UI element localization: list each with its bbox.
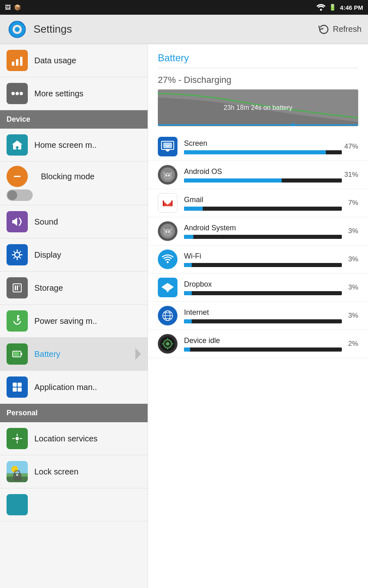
device-idle-info: Device idle bbox=[184, 336, 342, 352]
sidebar: Data usage More settings Device bbox=[0, 44, 148, 588]
battery-item-android-os[interactable]: Android OS 31% bbox=[148, 161, 368, 189]
sidebar-item-partial[interactable] bbox=[0, 488, 148, 521]
dropbox-status-icon: 📦 bbox=[14, 4, 21, 11]
svg-point-18 bbox=[20, 92, 23, 95]
sidebar-item-display[interactable]: Display bbox=[0, 238, 148, 272]
android-system-name: Android System bbox=[184, 224, 342, 232]
svg-rect-36 bbox=[21, 353, 22, 355]
sidebar-item-display-label: Display bbox=[34, 250, 61, 260]
display-icon bbox=[7, 244, 28, 265]
battery-item-screen[interactable]: Screen 47% bbox=[148, 133, 368, 161]
wifi-bar bbox=[184, 263, 192, 267]
sidebar-item-location-services[interactable]: Location services bbox=[0, 422, 148, 455]
svg-point-66 bbox=[166, 175, 167, 176]
section-device: Device bbox=[0, 110, 148, 129]
photo-icon: 🖼 bbox=[5, 4, 11, 11]
android-os-pct: 31% bbox=[342, 171, 358, 179]
sidebar-item-sound[interactable]: Sound bbox=[0, 205, 148, 238]
screen-pct: 47% bbox=[342, 143, 358, 151]
main-layout: Data usage More settings Device bbox=[0, 44, 368, 588]
battery-item-device-idle[interactable]: Device idle 2% bbox=[148, 330, 368, 358]
svg-rect-6 bbox=[16, 34, 18, 38]
refresh-button[interactable]: Refresh bbox=[318, 24, 361, 35]
android-os-bar-wrap bbox=[184, 178, 342, 183]
wifi-bar-wrap bbox=[184, 263, 342, 267]
dropbox-bar-wrap bbox=[184, 291, 342, 295]
battery-item-gmail[interactable]: Gmail 7% bbox=[148, 189, 368, 217]
svg-rect-5 bbox=[16, 21, 18, 24]
svg-rect-8 bbox=[22, 29, 25, 30]
wifi-pct: 3% bbox=[342, 255, 358, 263]
blocking-mode-toggle[interactable] bbox=[7, 189, 33, 201]
sidebar-item-home-screen[interactable]: Home screen m.. bbox=[0, 129, 148, 162]
dropbox-icon bbox=[158, 278, 177, 297]
svg-line-28 bbox=[20, 252, 21, 253]
svg-line-69 bbox=[171, 172, 171, 174]
svg-rect-31 bbox=[15, 285, 16, 290]
svg-line-68 bbox=[164, 172, 164, 174]
power-saving-icon bbox=[7, 310, 28, 332]
svg-rect-7 bbox=[9, 29, 12, 30]
screen-item-icon bbox=[158, 137, 177, 156]
svg-line-26 bbox=[14, 252, 15, 253]
svg-point-4 bbox=[15, 27, 20, 32]
svg-rect-38 bbox=[18, 383, 22, 387]
settings-app-icon bbox=[7, 19, 28, 40]
svg-point-76 bbox=[166, 231, 167, 233]
sidebar-item-power-saving[interactable]: Power saving m.. bbox=[0, 305, 148, 338]
toggle-knob bbox=[7, 190, 17, 200]
internet-name: Internet bbox=[184, 308, 342, 317]
svg-line-79 bbox=[171, 229, 171, 230]
location-services-icon bbox=[7, 428, 28, 449]
battery-chart: 23h 18m 24s on battery bbox=[158, 89, 358, 126]
dropbox-name: Dropbox bbox=[184, 280, 342, 289]
sidebar-item-storage[interactable]: Storage bbox=[0, 272, 148, 305]
sidebar-item-power-saving-label: Power saving m.. bbox=[34, 316, 97, 326]
data-usage-icon bbox=[7, 50, 28, 71]
dropbox-pct: 3% bbox=[342, 283, 358, 292]
sidebar-item-more-settings[interactable]: More settings bbox=[0, 77, 148, 110]
sidebar-item-data-usage-label: Data usage bbox=[34, 56, 76, 65]
battery-item-wifi[interactable]: Wi-Fi 3% bbox=[148, 245, 368, 274]
battery-item-android-system[interactable]: Android System 3% bbox=[148, 217, 368, 245]
app-manager-icon bbox=[7, 376, 28, 398]
svg-rect-72 bbox=[171, 200, 173, 206]
active-indicator bbox=[135, 348, 141, 360]
android-system-bar-wrap bbox=[184, 235, 342, 239]
lock-screen-icon bbox=[7, 461, 28, 482]
status-right-icons: 🔋 4:46 PM bbox=[316, 3, 363, 12]
app-header: Settings Refresh bbox=[0, 15, 368, 44]
screen-item-name: Screen bbox=[184, 139, 342, 148]
svg-rect-61 bbox=[166, 149, 170, 151]
dropbox-info: Dropbox bbox=[184, 280, 342, 295]
sound-icon bbox=[7, 211, 28, 232]
battery-item-internet[interactable]: Internet 3% bbox=[148, 302, 368, 330]
svg-rect-59 bbox=[164, 143, 172, 148]
storage-icon bbox=[7, 277, 28, 298]
svg-line-78 bbox=[164, 229, 164, 230]
sidebar-item-blocking-mode[interactable]: Blocking mode bbox=[0, 162, 148, 205]
gmail-bar-wrap bbox=[184, 207, 342, 211]
svg-rect-37 bbox=[13, 383, 17, 387]
svg-point-21 bbox=[15, 252, 20, 257]
svg-rect-71 bbox=[163, 200, 164, 206]
battery-item-dropbox[interactable]: Dropbox 3% bbox=[148, 274, 368, 302]
refresh-icon bbox=[318, 24, 330, 35]
android-system-info: Android System bbox=[184, 224, 342, 239]
svg-point-0 bbox=[320, 9, 322, 11]
sidebar-item-lock-screen[interactable]: Lock screen bbox=[0, 455, 148, 488]
device-idle-pct: 2% bbox=[342, 340, 358, 348]
device-idle-bar bbox=[184, 347, 190, 352]
svg-rect-62 bbox=[166, 151, 169, 151]
battery-status-icon: 🔋 bbox=[329, 4, 337, 11]
screen-item-info: Screen bbox=[184, 139, 342, 154]
device-idle-bar-wrap bbox=[184, 347, 342, 352]
sidebar-item-battery[interactable]: Battery bbox=[0, 338, 148, 371]
svg-rect-40 bbox=[18, 388, 22, 392]
gmail-pct: 7% bbox=[342, 199, 358, 207]
sidebar-item-home-screen-label: Home screen m.. bbox=[34, 140, 96, 150]
android-system-bar bbox=[184, 235, 193, 239]
sidebar-item-data-usage[interactable]: Data usage bbox=[0, 44, 148, 77]
more-settings-icon bbox=[7, 83, 28, 104]
sidebar-item-app-manager[interactable]: Application man.. bbox=[0, 371, 148, 404]
